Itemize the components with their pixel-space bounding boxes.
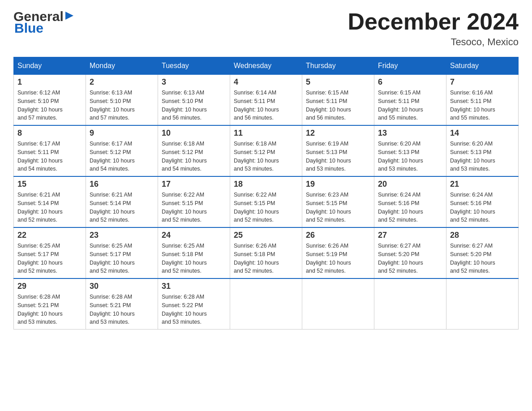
day-number: 27 <box>378 231 442 240</box>
calendar-cell: 21 Sunrise: 6:24 AM Sunset: 5:16 PM Dayl… <box>446 176 519 227</box>
day-info: Sunrise: 6:17 AM Sunset: 5:12 PM Dayligh… <box>90 140 154 173</box>
location: Tesoco, Mexico <box>348 36 519 48</box>
day-number: 6 <box>378 77 442 87</box>
header-tuesday: Tuesday <box>158 57 230 75</box>
calendar-week-row: 15 Sunrise: 6:21 AM Sunset: 5:14 PM Dayl… <box>14 176 519 227</box>
day-info: Sunrise: 6:19 AM Sunset: 5:13 PM Dayligh… <box>306 140 370 173</box>
calendar-cell: 29 Sunrise: 6:28 AM Sunset: 5:21 PM Dayl… <box>14 278 86 330</box>
day-number: 17 <box>162 180 226 189</box>
day-info: Sunrise: 6:15 AM Sunset: 5:11 PM Dayligh… <box>306 89 370 122</box>
logo-triangle-icon <box>64 11 74 21</box>
day-info: Sunrise: 6:13 AM Sunset: 5:10 PM Dayligh… <box>162 89 226 122</box>
day-number: 28 <box>450 231 515 240</box>
day-number: 26 <box>306 231 370 240</box>
calendar-cell: 20 Sunrise: 6:24 AM Sunset: 5:16 PM Dayl… <box>374 176 446 227</box>
calendar-cell: 18 Sunrise: 6:22 AM Sunset: 5:15 PM Dayl… <box>230 176 302 227</box>
day-number: 4 <box>234 77 298 87</box>
day-info: Sunrise: 6:28 AM Sunset: 5:22 PM Dayligh… <box>162 293 226 326</box>
day-number: 31 <box>162 282 226 291</box>
calendar-week-row: 1 Sunrise: 6:12 AM Sunset: 5:10 PM Dayli… <box>14 75 519 126</box>
header-friday: Friday <box>374 57 446 75</box>
title-section: December 2024 Tesoco, Mexico <box>348 9 519 48</box>
day-number: 9 <box>90 128 154 138</box>
calendar-cell: 25 Sunrise: 6:26 AM Sunset: 5:18 PM Dayl… <box>230 227 302 278</box>
logo: General Blue <box>13 9 74 36</box>
day-info: Sunrise: 6:18 AM Sunset: 5:12 PM Dayligh… <box>234 140 298 173</box>
header-wednesday: Wednesday <box>230 57 302 75</box>
day-info: Sunrise: 6:24 AM Sunset: 5:16 PM Dayligh… <box>450 191 515 224</box>
day-number: 10 <box>162 128 226 138</box>
day-info: Sunrise: 6:27 AM Sunset: 5:20 PM Dayligh… <box>450 242 515 275</box>
calendar-cell: 3 Sunrise: 6:13 AM Sunset: 5:10 PM Dayli… <box>158 75 230 126</box>
logo-blue: Blue <box>14 21 43 36</box>
day-number: 13 <box>378 128 442 138</box>
day-info: Sunrise: 6:12 AM Sunset: 5:10 PM Dayligh… <box>17 89 82 122</box>
day-info: Sunrise: 6:15 AM Sunset: 5:11 PM Dayligh… <box>378 89 442 122</box>
calendar-week-row: 29 Sunrise: 6:28 AM Sunset: 5:21 PM Dayl… <box>14 278 519 330</box>
day-number: 21 <box>450 180 515 189</box>
day-number: 14 <box>450 128 515 138</box>
day-number: 7 <box>450 77 515 87</box>
calendar-cell: 30 Sunrise: 6:28 AM Sunset: 5:21 PM Dayl… <box>86 278 158 330</box>
calendar-cell: 22 Sunrise: 6:25 AM Sunset: 5:17 PM Dayl… <box>14 227 86 278</box>
day-info: Sunrise: 6:23 AM Sunset: 5:15 PM Dayligh… <box>306 191 370 224</box>
header-saturday: Saturday <box>446 57 519 75</box>
calendar-cell: 7 Sunrise: 6:16 AM Sunset: 5:11 PM Dayli… <box>446 75 519 126</box>
day-info: Sunrise: 6:28 AM Sunset: 5:21 PM Dayligh… <box>90 293 154 326</box>
calendar-cell <box>302 278 374 330</box>
calendar-body: 1 Sunrise: 6:12 AM Sunset: 5:10 PM Dayli… <box>14 75 519 330</box>
calendar-cell: 12 Sunrise: 6:19 AM Sunset: 5:13 PM Dayl… <box>302 125 374 176</box>
calendar-header: Sunday Monday Tuesday Wednesday Thursday… <box>14 57 519 75</box>
day-number: 15 <box>17 180 82 189</box>
calendar-cell <box>230 278 302 330</box>
calendar-cell: 24 Sunrise: 6:25 AM Sunset: 5:18 PM Dayl… <box>158 227 230 278</box>
calendar-table: Sunday Monday Tuesday Wednesday Thursday… <box>13 57 519 330</box>
day-info: Sunrise: 6:28 AM Sunset: 5:21 PM Dayligh… <box>17 293 82 326</box>
day-info: Sunrise: 6:24 AM Sunset: 5:16 PM Dayligh… <box>378 191 442 224</box>
day-number: 3 <box>162 77 226 87</box>
day-number: 5 <box>306 77 370 87</box>
calendar-cell: 31 Sunrise: 6:28 AM Sunset: 5:22 PM Dayl… <box>158 278 230 330</box>
day-number: 30 <box>90 282 154 291</box>
day-info: Sunrise: 6:26 AM Sunset: 5:19 PM Dayligh… <box>306 242 370 275</box>
day-number: 19 <box>306 180 370 189</box>
day-info: Sunrise: 6:22 AM Sunset: 5:15 PM Dayligh… <box>162 191 226 224</box>
day-number: 18 <box>234 180 298 189</box>
day-info: Sunrise: 6:25 AM Sunset: 5:17 PM Dayligh… <box>90 242 154 275</box>
calendar-cell <box>446 278 519 330</box>
calendar-cell: 6 Sunrise: 6:15 AM Sunset: 5:11 PM Dayli… <box>374 75 446 126</box>
calendar-cell: 1 Sunrise: 6:12 AM Sunset: 5:10 PM Dayli… <box>14 75 86 126</box>
calendar-cell: 9 Sunrise: 6:17 AM Sunset: 5:12 PM Dayli… <box>86 125 158 176</box>
day-number: 8 <box>17 128 82 138</box>
day-number: 2 <box>90 77 154 87</box>
calendar-cell: 16 Sunrise: 6:21 AM Sunset: 5:14 PM Dayl… <box>86 176 158 227</box>
calendar-cell: 17 Sunrise: 6:22 AM Sunset: 5:15 PM Dayl… <box>158 176 230 227</box>
calendar-cell: 26 Sunrise: 6:26 AM Sunset: 5:19 PM Dayl… <box>302 227 374 278</box>
calendar-cell: 5 Sunrise: 6:15 AM Sunset: 5:11 PM Dayli… <box>302 75 374 126</box>
day-number: 24 <box>162 231 226 240</box>
calendar-week-row: 8 Sunrise: 6:17 AM Sunset: 5:11 PM Dayli… <box>14 125 519 176</box>
day-info: Sunrise: 6:25 AM Sunset: 5:18 PM Dayligh… <box>162 242 226 275</box>
day-info: Sunrise: 6:22 AM Sunset: 5:15 PM Dayligh… <box>234 191 298 224</box>
day-number: 11 <box>234 128 298 138</box>
day-info: Sunrise: 6:25 AM Sunset: 5:17 PM Dayligh… <box>17 242 82 275</box>
day-number: 12 <box>306 128 370 138</box>
day-info: Sunrise: 6:17 AM Sunset: 5:11 PM Dayligh… <box>17 140 82 173</box>
day-number: 29 <box>17 282 82 291</box>
day-number: 1 <box>17 77 82 87</box>
day-info: Sunrise: 6:27 AM Sunset: 5:20 PM Dayligh… <box>378 242 442 275</box>
calendar-cell: 23 Sunrise: 6:25 AM Sunset: 5:17 PM Dayl… <box>86 227 158 278</box>
calendar-cell: 4 Sunrise: 6:14 AM Sunset: 5:11 PM Dayli… <box>230 75 302 126</box>
calendar-cell: 28 Sunrise: 6:27 AM Sunset: 5:20 PM Dayl… <box>446 227 519 278</box>
day-number: 23 <box>90 231 154 240</box>
day-number: 22 <box>17 231 82 240</box>
day-info: Sunrise: 6:21 AM Sunset: 5:14 PM Dayligh… <box>90 191 154 224</box>
day-number: 25 <box>234 231 298 240</box>
svg-marker-0 <box>65 12 73 20</box>
day-info: Sunrise: 6:20 AM Sunset: 5:13 PM Dayligh… <box>450 140 515 173</box>
page-header: General Blue December 2024 Tesoco, Mexic… <box>13 9 519 48</box>
header-thursday: Thursday <box>302 57 374 75</box>
calendar-cell: 11 Sunrise: 6:18 AM Sunset: 5:12 PM Dayl… <box>230 125 302 176</box>
day-info: Sunrise: 6:26 AM Sunset: 5:18 PM Dayligh… <box>234 242 298 275</box>
day-number: 20 <box>378 180 442 189</box>
